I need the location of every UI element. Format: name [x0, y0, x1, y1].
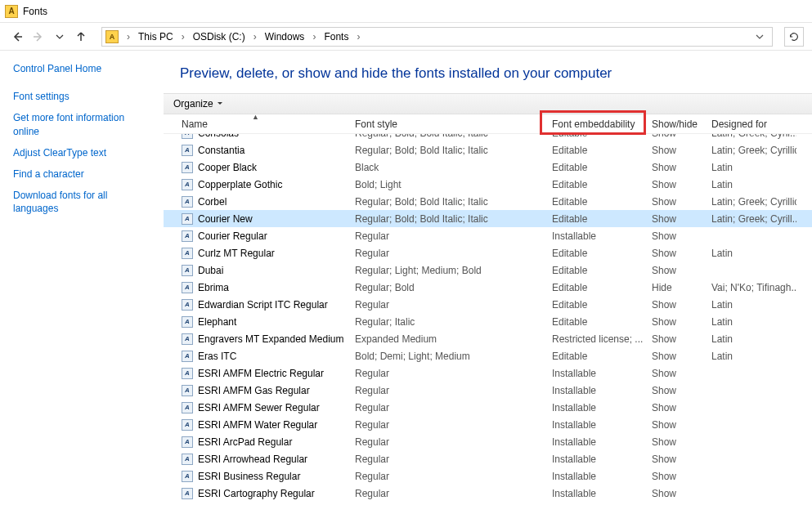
cell-showhide: Show [645, 382, 705, 399]
column-header-embeddability[interactable]: Font embeddability [545, 114, 645, 133]
font-row[interactable]: AESRI Arrowhead RegularRegularInstallabl… [164, 450, 812, 467]
column-headers: Name ▲ Font style Font embeddability Sho… [164, 114, 812, 134]
cell-embeddability: Editable [545, 347, 645, 364]
cell-name: AESRI Cartography Regular [164, 485, 348, 502]
breadcrumb-fonts[interactable]: Fonts [319, 31, 353, 42]
cell-embeddability: Editable [545, 176, 645, 193]
cell-designedfor: Latin [705, 330, 796, 347]
font-row[interactable]: AEdwardian Script ITC RegularRegularEdit… [164, 296, 812, 313]
cell-designedfor: Latin; Greek; Cyrillic [705, 193, 796, 210]
sidebar-link-font-settings[interactable]: Font settings [13, 90, 150, 103]
cell-showhide: Show [645, 416, 705, 433]
font-name-label: ESRI AMFM Sewer Regular [198, 402, 320, 413]
cell-showhide: Show [645, 176, 705, 193]
cell-embeddability: Editable [545, 261, 645, 279]
font-row[interactable]: ACopperplate GothicBold; LightEditableSh… [164, 176, 812, 193]
fonts-app-icon: A [5, 5, 18, 18]
font-row[interactable]: ACooper BlackBlackEditableShowLatin [164, 159, 812, 176]
font-row[interactable]: ACorbelRegular; Bold; Bold Italic; Itali… [164, 193, 812, 210]
cell-name: AESRI AMFM Electric Regular [164, 364, 348, 382]
cell-embeddability: Editable [545, 210, 645, 227]
sidebar: Control Panel Home Font settingsGet more… [0, 51, 164, 514]
font-row[interactable]: ACourier NewRegular; Bold; Bold Italic; … [164, 210, 812, 227]
font-row[interactable]: AESRI AMFM Water RegularRegularInstallab… [164, 416, 812, 433]
fonts-folder-icon: A [105, 30, 119, 43]
cell-name: ACopperplate Gothic [164, 176, 348, 193]
chevron-right-icon[interactable]: › [178, 31, 188, 42]
font-name-label: ESRI ArcPad Regular [198, 436, 292, 448]
sidebar-link-find-a-character[interactable]: Find a character [13, 168, 150, 181]
cell-designedfor [705, 450, 796, 467]
font-file-icon: A [182, 419, 193, 431]
column-header-style[interactable]: Font style [348, 114, 545, 133]
chevron-right-icon[interactable]: › [353, 31, 363, 42]
chevron-right-icon[interactable]: › [123, 31, 133, 42]
sidebar-link-download-fonts-for-all-languages[interactable]: Download fonts for all languages [13, 189, 150, 215]
cell-name: ADubai [164, 261, 348, 279]
cell-showhide: Hide [645, 279, 705, 296]
cell-embeddability: Installable [545, 433, 645, 450]
control-panel-home-link[interactable]: Control Panel Home [13, 62, 150, 75]
column-header-name-label: Name [182, 118, 208, 130]
cell-showhide: Show [645, 485, 705, 502]
font-row[interactable]: ADubaiRegular; Light; Medium; BoldEditab… [164, 261, 812, 279]
cell-style: Regular; Italic [348, 313, 545, 330]
font-row[interactable]: ACurlz MT RegularRegularEditableShowLati… [164, 244, 812, 261]
breadcrumb-this-pc[interactable]: This PC [133, 31, 178, 42]
cell-showhide: Show [645, 159, 705, 176]
address-dropdown-button[interactable] [751, 33, 769, 41]
window-title: Fonts [23, 6, 47, 17]
address-bar[interactable]: A › This PC›OSDisk (C:)›Windows›Fonts› [101, 27, 773, 47]
sidebar-link-get-more-font-information-online[interactable]: Get more font information online [13, 111, 150, 137]
font-row[interactable]: AESRI ArcPad RegularRegularInstallableSh… [164, 433, 812, 450]
font-row[interactable]: AESRI AMFM Electric RegularRegularInstal… [164, 364, 812, 382]
font-file-icon: A [182, 162, 193, 173]
cell-designedfor [705, 364, 796, 382]
cell-designedfor [705, 227, 796, 244]
cell-embeddability: Editable [545, 244, 645, 261]
font-name-label: Courier Regular [198, 230, 267, 242]
chevron-down-icon [217, 101, 223, 107]
breadcrumb-windows[interactable]: Windows [260, 31, 310, 42]
column-header-designedfor[interactable]: Designed for [705, 114, 796, 133]
forward-button[interactable] [29, 28, 47, 46]
sidebar-link-adjust-cleartype-text[interactable]: Adjust ClearType text [13, 146, 150, 159]
organize-button[interactable]: Organize [168, 96, 228, 111]
cell-name: AESRI Arrowhead Regular [164, 450, 348, 467]
font-row[interactable]: AESRI Cartography RegularRegularInstalla… [164, 485, 812, 502]
font-name-label: ESRI Business Regular [198, 471, 300, 482]
cell-showhide: Show [645, 347, 705, 364]
font-row[interactable]: AElephantRegular; ItalicEditableShowLati… [164, 313, 812, 330]
font-row[interactable]: ACourier RegularRegularInstallableShow [164, 227, 812, 244]
font-row[interactable]: AEbrimaRegular; BoldEditableHideVai; N'K… [164, 279, 812, 296]
cell-designedfor: Latin; Greek; Cyrillic [705, 141, 796, 159]
column-header-showhide[interactable]: Show/hide [645, 114, 705, 133]
breadcrumb-osdisk-c-[interactable]: OSDisk (C:) [188, 31, 250, 42]
font-row[interactable]: AESRI Business RegularRegularInstallable… [164, 467, 812, 485]
cell-showhide: Show [645, 450, 705, 467]
cell-showhide: Show [645, 193, 705, 210]
chevron-right-icon[interactable]: › [250, 31, 260, 42]
cell-name: ACourier Regular [164, 227, 348, 244]
cell-style: Regular [348, 227, 545, 244]
chevron-right-icon[interactable]: › [309, 31, 319, 42]
recent-locations-button[interactable] [51, 28, 69, 46]
cell-showhide: Show [645, 134, 705, 141]
font-row[interactable]: AEras ITCBold; Demi; Light; MediumEditab… [164, 347, 812, 364]
font-row[interactable]: AEngravers MT Expanded MediumExpanded Me… [164, 330, 812, 347]
cell-showhide: Show [645, 261, 705, 279]
column-header-name[interactable]: Name ▲ [164, 114, 348, 133]
back-button[interactable] [8, 28, 26, 46]
refresh-button[interactable] [784, 27, 804, 47]
up-button[interactable] [72, 28, 90, 46]
font-row[interactable]: AConstantiaRegular; Bold; Bold Italic; I… [164, 141, 812, 159]
font-row[interactable]: AESRI AMFM Sewer RegularRegularInstallab… [164, 399, 812, 416]
font-row[interactable]: AESRI AMFM Gas RegularRegularInstallable… [164, 382, 812, 399]
font-row[interactable]: AConsolasRegular; Bold; Bold Italic; Ita… [164, 134, 812, 141]
cell-designedfor: Vai; N'Ko; Tifinagh... [705, 279, 796, 296]
cell-showhide: Show [645, 227, 705, 244]
font-list[interactable]: AConsolasRegular; Bold; Bold Italic; Ita… [164, 134, 812, 514]
cell-designedfor [705, 382, 796, 399]
font-name-label: Ebrima [198, 282, 229, 293]
cell-showhide: Show [645, 296, 705, 313]
